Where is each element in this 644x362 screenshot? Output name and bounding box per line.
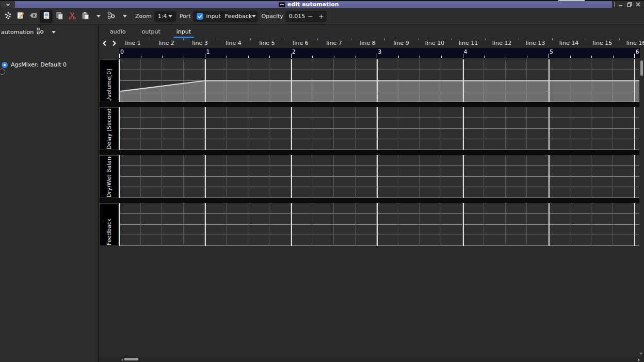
opacity-increment-button[interactable]: + — [316, 11, 327, 22]
automation-lane-volume: ./volume[0] — [100, 59, 639, 102]
line-header-label: line 14 — [559, 40, 578, 46]
ruler-mark: 6 — [635, 48, 639, 55]
line-header[interactable]: line 1 — [119, 38, 150, 48]
position-icon — [4, 11, 12, 21]
automation-grid-feedback[interactable] — [119, 203, 639, 246]
restore-button[interactable] — [626, 2, 632, 7]
controls-separator — [614, 2, 615, 7]
tab-output[interactable]: output — [136, 25, 166, 38]
line-header-label: line 2 — [158, 40, 174, 46]
line-header[interactable]: line 11 — [452, 38, 485, 48]
horizontal-scrollbar-thumb[interactable] — [124, 358, 138, 360]
paste-options-caret[interactable] — [94, 10, 102, 23]
window-title: edit automation — [287, 1, 339, 8]
line-header[interactable]: line 14 — [552, 38, 586, 48]
tab-label: input — [176, 28, 191, 35]
chevron-down-icon — [252, 15, 256, 18]
machine-selector-caret[interactable] — [52, 31, 56, 34]
automation-options-caret[interactable] — [121, 10, 128, 23]
cut-icon — [68, 11, 76, 21]
lane-label-text: ./volume[0] — [106, 69, 112, 102]
radio-unselected-icon[interactable] — [0, 69, 5, 75]
line-nav — [100, 38, 119, 48]
position-tool-button[interactable] — [1, 10, 14, 23]
toolbar: Zoom 1:4 Port input Feedback Opacity 0.0… — [0, 8, 644, 25]
lane-label-text: Delay (Seconds) — [106, 107, 112, 150]
chevron-down-icon — [123, 15, 127, 18]
line-header[interactable]: line 12 — [485, 38, 519, 48]
automation-lane-feedback: Feedback — [100, 203, 639, 246]
tab-input[interactable]: input — [171, 25, 197, 38]
opacity-decrement-button[interactable]: − — [305, 11, 316, 22]
select-tool-button[interactable] — [40, 10, 53, 23]
edit-tool-button[interactable] — [14, 10, 27, 23]
scroll-down-arrow-icon[interactable] — [639, 353, 642, 355]
line-header-label: line 5 — [259, 40, 275, 46]
automation-grid-delay[interactable] — [119, 107, 639, 150]
port-name: Feedback — [225, 13, 252, 20]
automation-area — [119, 81, 639, 103]
tab-audio[interactable]: audio — [104, 25, 131, 38]
automation-title: automation — [1, 29, 34, 36]
automation-editor: audio output input line 1 line 2 line 3 … — [99, 25, 644, 362]
scroll-right-button[interactable] — [109, 39, 119, 48]
lane-label: Dry/Wet Balance — [100, 155, 119, 198]
automation-tool-button[interactable] — [105, 10, 118, 23]
zoom-select[interactable]: 1:4 — [154, 11, 176, 22]
minimize-button[interactable] — [618, 2, 623, 7]
line-header-label: line 11 — [459, 40, 478, 46]
line-header[interactable]: line 3 — [183, 38, 217, 48]
horizontal-scrollbar[interactable] — [99, 357, 644, 362]
zoom-label: Zoom — [135, 13, 152, 20]
window-controls — [612, 1, 643, 8]
paste-tool-button[interactable] — [78, 10, 91, 23]
line-header-label: line 4 — [226, 40, 241, 46]
opacity-value[interactable]: 0.015 — [285, 13, 305, 20]
vertical-scrollbar-thumb[interactable] — [640, 60, 643, 76]
window-menu-button[interactable] — [1, 1, 15, 8]
app-icon — [279, 2, 285, 7]
line-header[interactable]: line 5 — [250, 38, 284, 48]
radio-selected-icon[interactable] — [2, 62, 8, 68]
line-header-label: line 7 — [326, 40, 342, 46]
line-header[interactable]: line 7 — [317, 38, 351, 48]
line-header-strip: line 1 line 2 line 3 line 4 line 5 line … — [119, 38, 644, 48]
opacity-spinbox[interactable]: 0.015 − + — [285, 11, 327, 22]
automation-grid-drywet[interactable] — [119, 155, 639, 198]
clear-tool-button[interactable] — [27, 10, 40, 23]
line-header-label: line 3 — [192, 40, 207, 46]
scroll-left-button[interactable] — [100, 39, 109, 48]
automation-grid-volume[interactable] — [119, 59, 639, 102]
chevron-down-icon — [168, 15, 172, 18]
ruler-mark: 3 — [378, 48, 381, 55]
edit-automation-window: edit automation — [0, 0, 644, 362]
scroll-right-arrow-icon[interactable] — [638, 358, 640, 361]
line-header[interactable]: line 2 — [150, 38, 183, 48]
line-header-label: line 8 — [360, 40, 375, 46]
line-header-label: line 10 — [425, 40, 444, 46]
line-header[interactable]: line 6 — [284, 38, 317, 48]
line-header[interactable]: line 15 — [586, 38, 619, 48]
scroll-left-arrow-icon[interactable] — [121, 358, 123, 361]
copy-tool-button[interactable] — [53, 10, 66, 23]
line-header-label: line 1 — [125, 40, 140, 46]
line-header[interactable]: line 16 — [619, 38, 644, 48]
line-header[interactable]: line 9 — [384, 38, 418, 48]
machine-radio-row[interactable]: AgsMixer: Default 0 — [2, 61, 67, 68]
ruler-mark: 0 — [120, 48, 124, 55]
line-header[interactable]: line 10 — [418, 38, 452, 48]
close-button[interactable] — [635, 2, 641, 7]
sidebar: automation AgsMixer: Default 0 — [0, 25, 98, 362]
machine-radio-row[interactable] — [0, 69, 8, 75]
line-header[interactable]: line 4 — [217, 38, 250, 48]
cut-tool-button[interactable] — [66, 10, 78, 23]
automation-header: automation — [1, 27, 56, 37]
line-header-label: line 15 — [593, 40, 612, 46]
lane-label: Delay (Seconds) — [100, 107, 119, 150]
port-checkbox[interactable] — [197, 13, 203, 20]
line-header[interactable]: line 8 — [351, 38, 384, 48]
port-select[interactable]: input Feedback — [193, 11, 258, 22]
line-header[interactable]: line 13 — [519, 38, 552, 48]
titlebar[interactable]: edit automation — [1, 1, 643, 8]
timeline-ruler[interactable]: 0 1 2 3 4 5 6 — [119, 48, 640, 58]
